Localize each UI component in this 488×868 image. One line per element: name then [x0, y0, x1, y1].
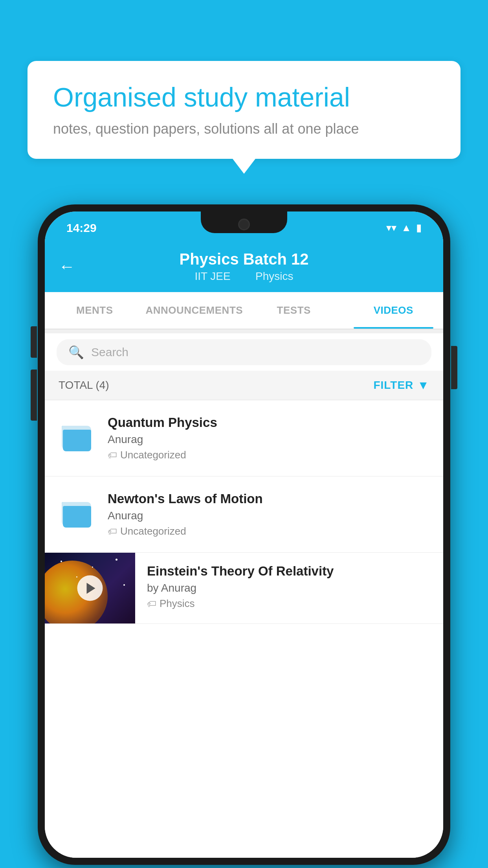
tag-label: Physics: [160, 598, 195, 610]
back-button[interactable]: ←: [59, 257, 75, 276]
filter-label: FILTER: [373, 379, 413, 392]
wifi-icon: ▾▾: [386, 222, 396, 234]
content-list: Quantum Physics Anurag 🏷 Uncategorized: [45, 400, 443, 858]
header-subtitle-separator: [242, 270, 248, 282]
video-thumbnail: [45, 553, 135, 623]
volume-down-button: [31, 370, 37, 421]
item-info: Einstein's Theory Of Relativity by Anura…: [147, 553, 429, 621]
star: [123, 584, 125, 586]
phone-screen: 14:29 ▾▾ ▲ ▮ ← Physics Batch 12 IIT JEE …: [45, 211, 443, 858]
header-subtitle-iitjee: IIT JEE: [194, 270, 230, 282]
tab-ments[interactable]: MENTS: [45, 292, 145, 329]
filter-row: TOTAL (4) FILTER ▼: [45, 371, 443, 400]
tag-icon: 🏷: [108, 526, 117, 537]
folder-icon-wrapper: [59, 417, 96, 454]
item-info: Newton's Laws of Motion Anurag 🏷 Uncateg…: [108, 491, 429, 537]
header-title: Physics Batch 12: [179, 250, 308, 268]
tag-icon: 🏷: [147, 598, 156, 609]
search-bar: 🔍 Search: [45, 333, 443, 371]
folder-icon: [62, 497, 93, 527]
speech-bubble-title: Organised study material: [53, 83, 435, 112]
tag-icon: 🏷: [108, 450, 117, 461]
play-icon: [87, 583, 95, 594]
star: [92, 566, 93, 568]
item-tag: 🏷 Physics: [147, 598, 429, 610]
star: [116, 559, 117, 561]
item-tag: 🏷 Uncategorized: [108, 525, 429, 537]
tab-videos[interactable]: VIDEOS: [344, 292, 444, 329]
item-title: Einstein's Theory Of Relativity: [147, 564, 429, 579]
status-icons: ▾▾ ▲ ▮: [386, 222, 422, 234]
search-input-wrapper[interactable]: 🔍 Search: [57, 339, 431, 365]
power-button: [451, 346, 457, 389]
app-header: ← Physics Batch 12 IIT JEE Physics: [45, 241, 443, 292]
filter-button[interactable]: FILTER ▼: [373, 379, 429, 392]
filter-total: TOTAL (4): [59, 379, 109, 392]
header-subtitle: IIT JEE Physics: [191, 270, 297, 283]
battery-icon: ▮: [416, 222, 422, 234]
speech-bubble-subtitle: notes, question papers, solutions all at…: [53, 121, 435, 137]
filter-funnel-icon: ▼: [417, 379, 429, 392]
status-time: 14:29: [66, 221, 97, 235]
phone-camera: [238, 219, 250, 230]
tag-label: Uncategorized: [120, 525, 186, 537]
phone-container: 14:29 ▾▾ ▲ ▮ ← Physics Batch 12 IIT JEE …: [38, 204, 450, 865]
folder-icon: [62, 421, 93, 451]
tab-tests[interactable]: TESTS: [244, 292, 344, 329]
list-item[interactable]: Newton's Laws of Motion Anurag 🏷 Uncateg…: [45, 476, 443, 553]
item-title: Newton's Laws of Motion: [108, 491, 429, 506]
tag-label: Uncategorized: [120, 449, 186, 461]
item-author: Anurag: [108, 433, 429, 446]
item-info: Quantum Physics Anurag 🏷 Uncategorized: [108, 415, 429, 461]
folder-icon-wrapper: [59, 493, 96, 531]
search-icon: 🔍: [68, 345, 84, 360]
phone-notch: [201, 211, 287, 233]
volume-up-button: [31, 326, 37, 358]
speech-bubble: Organised study material notes, question…: [28, 61, 460, 159]
star: [76, 576, 77, 577]
play-button[interactable]: [77, 576, 103, 601]
tab-announcements[interactable]: ANNOUNCEMENTS: [145, 292, 244, 329]
item-author: Anurag: [108, 509, 429, 522]
list-item[interactable]: Quantum Physics Anurag 🏷 Uncategorized: [45, 400, 443, 476]
search-placeholder: Search: [91, 346, 128, 359]
item-tag: 🏷 Uncategorized: [108, 449, 429, 461]
item-author: by Anurag: [147, 582, 429, 594]
list-item-video[interactable]: Einstein's Theory Of Relativity by Anura…: [45, 553, 443, 624]
item-title: Quantum Physics: [108, 415, 429, 430]
signal-icon: ▲: [401, 222, 411, 234]
star: [61, 561, 62, 562]
header-subtitle-physics: Physics: [255, 270, 293, 282]
tab-bar: MENTS ANNOUNCEMENTS TESTS VIDEOS: [45, 292, 443, 329]
